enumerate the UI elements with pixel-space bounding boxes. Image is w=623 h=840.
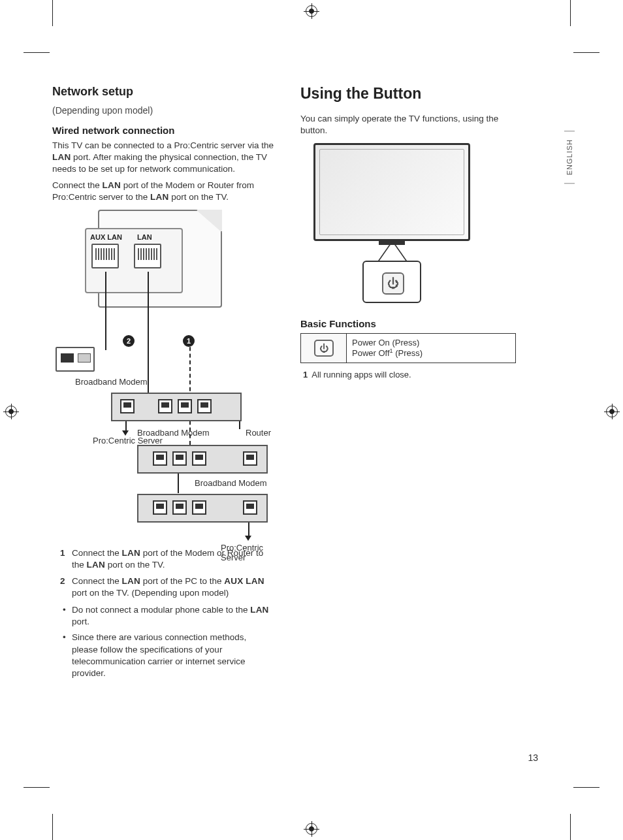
text: port on the TV. xyxy=(168,192,229,202)
lan-port-label: LAN xyxy=(137,233,152,241)
tv-screen-icon xyxy=(313,143,470,241)
note-2: Since there are various connection metho… xyxy=(72,632,274,679)
footnote-text: All running apps will close. xyxy=(312,370,411,380)
cable-line xyxy=(148,272,149,393)
text: port of the PC to the xyxy=(140,576,224,586)
step-number: 2 xyxy=(60,575,65,587)
lan-label: LAN xyxy=(122,576,140,586)
power-button-cell: ⏻ xyxy=(301,334,347,363)
footnote: 1All running apps will close. xyxy=(303,370,516,380)
cable-line xyxy=(105,272,106,350)
broadband-modem-label: Broadband Modem xyxy=(75,377,148,387)
crop-mark xyxy=(573,787,599,788)
network-setup-heading: Network setup xyxy=(52,85,274,99)
table-row: ⏻ Power On (Press) Power Off1 (Press) xyxy=(301,334,516,363)
network-diagram: AUX LAN LAN 1 2 Broadband Modem xyxy=(52,210,274,540)
cable-line xyxy=(178,474,179,493)
step-number: 1 xyxy=(60,547,65,559)
cable-line xyxy=(239,421,240,429)
diagram-marker-2: 2 xyxy=(123,335,135,347)
aux-lan-label: AUX LAN xyxy=(224,576,264,586)
footnote-number: 1 xyxy=(303,370,308,380)
text: port. xyxy=(72,617,89,626)
power-icon: ⏻ xyxy=(314,340,334,357)
page-content: ENGLISH Network setup (Depending upon mo… xyxy=(52,0,571,840)
left-column: Network setup (Depending upon model) Wir… xyxy=(52,85,274,683)
power-description-cell: Power On (Press) Power Off1 (Press) xyxy=(347,334,516,363)
text: Power Off xyxy=(352,349,390,359)
lan-port-icon xyxy=(134,244,161,268)
step-1: 1 Connect the LAN port of the Modem or R… xyxy=(72,547,274,571)
device-box xyxy=(137,494,268,523)
diagram-marker-1: 1 xyxy=(183,335,195,347)
power-off-text: Power Off1 (Press) xyxy=(352,347,510,358)
lan-label: LAN xyxy=(150,192,168,202)
model-note: (Depending upon model) xyxy=(52,105,274,116)
device-box xyxy=(137,445,268,474)
wired-heading: Wired network connection xyxy=(52,125,274,136)
arrow-icon xyxy=(122,430,129,436)
using-button-intro: You can simply operate the TV functions,… xyxy=(300,113,516,137)
registration-mark-right xyxy=(606,406,618,417)
arrow-icon xyxy=(245,536,251,541)
router-label: Router xyxy=(246,428,271,438)
crop-mark xyxy=(24,787,50,788)
aux-lan-port-icon xyxy=(91,244,119,268)
lan-label: LAN xyxy=(87,560,105,570)
power-on-text: Power On (Press) xyxy=(352,338,510,347)
cable-line xyxy=(248,523,249,537)
note-1: Do not connect a modular phone cable to … xyxy=(72,604,274,628)
text: port on the TV. (Depending upon model) xyxy=(72,588,229,598)
power-icon: ⏻ xyxy=(382,272,404,295)
wired-para-2: Connect the LAN port of the Modem or Rou… xyxy=(52,180,274,203)
text: Connect the xyxy=(52,180,103,190)
lan-label: LAN xyxy=(52,152,71,162)
registration-mark-left xyxy=(5,406,17,417)
wired-para-1: This TV can be connected to a Pro:Centri… xyxy=(52,140,274,176)
text: Connect the xyxy=(72,576,122,586)
step-2: 2 Connect the LAN port of the PC to the … xyxy=(72,575,274,599)
right-column: Using the Button You can simply operate … xyxy=(300,85,516,683)
small-modem-icon xyxy=(56,347,95,372)
button-callout-box: ⏻ xyxy=(362,261,421,303)
lan-label: LAN xyxy=(250,605,268,615)
steps-list: 1 Connect the LAN port of the Modem or R… xyxy=(72,547,274,599)
page-number: 13 xyxy=(528,752,538,763)
aux-lan-label: AUX LAN xyxy=(90,233,122,241)
basic-functions-table: ⏻ Power On (Press) Power Off1 (Press) xyxy=(300,333,516,363)
lan-label: LAN xyxy=(103,180,121,190)
text: port on the TV. xyxy=(105,560,165,570)
text: Do not connect a modular phone cable to … xyxy=(72,605,250,615)
text: This TV can be connected to a Pro:Centri… xyxy=(52,140,274,150)
tv-illustration: ⏻ xyxy=(313,143,490,306)
text: (Press) xyxy=(393,349,423,359)
text: Connect the xyxy=(72,548,122,558)
crop-mark xyxy=(573,52,599,53)
text: port. After making the physical connecti… xyxy=(52,152,267,174)
basic-functions-heading: Basic Functions xyxy=(300,318,516,329)
using-button-heading: Using the Button xyxy=(300,85,516,103)
notes-list: Do not connect a modular phone cable to … xyxy=(72,604,274,679)
language-tab: ENGLISH xyxy=(564,131,575,184)
lan-label: LAN xyxy=(122,548,140,558)
broadband-modem-label: Broadband Modem xyxy=(137,428,210,438)
crop-mark xyxy=(24,52,50,53)
broadband-modem-label: Broadband Modem xyxy=(195,478,267,488)
device-box xyxy=(111,393,242,421)
